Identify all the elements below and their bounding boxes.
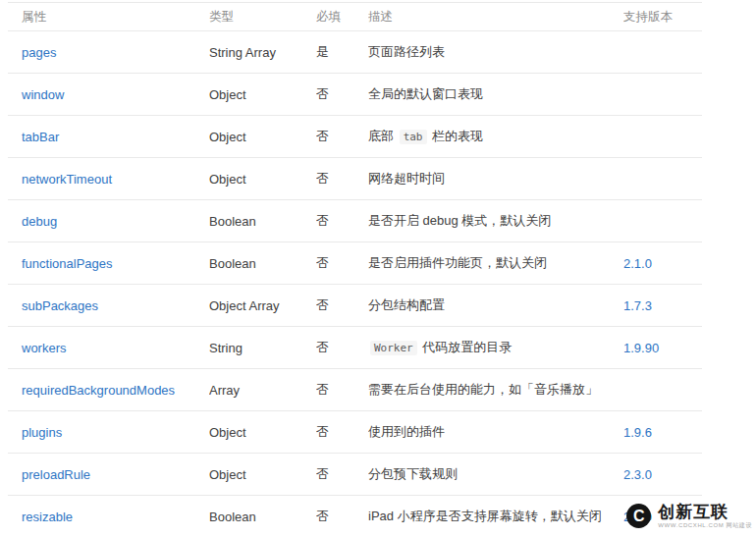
property-link[interactable]: debug <box>22 214 57 229</box>
table-row: resizableBoolean否iPad 小程序是否支持屏幕旋转，默认关闭2.… <box>8 496 702 537</box>
description-text: 代码放置的目录 <box>419 340 513 354</box>
property-cell: workers <box>8 327 209 369</box>
description-cell: 分包结构配置 <box>368 285 623 327</box>
property-cell: functionalPages <box>8 242 209 285</box>
version-cell <box>623 74 702 116</box>
property-link[interactable]: preloadRule <box>22 467 90 482</box>
description-cell: 网络超时时间 <box>368 158 623 200</box>
property-cell: requiredBackgroundModes <box>8 369 209 411</box>
property-cell: window <box>8 74 209 116</box>
required-cell: 否 <box>316 116 368 158</box>
property-cell: resizable <box>8 496 209 537</box>
property-cell: subPackages <box>8 285 209 327</box>
property-link[interactable]: functionalPages <box>22 256 113 271</box>
description-text: 分包预下载规则 <box>368 466 458 481</box>
required-cell: 否 <box>316 369 368 411</box>
description-cell: 使用到的插件 <box>368 411 623 454</box>
description-text: 使用到的插件 <box>368 424 445 439</box>
description-text: 页面路径列表 <box>368 44 445 59</box>
version-text: 1.9.6 <box>623 425 652 440</box>
version-cell: 2.3.0 <box>623 454 702 496</box>
required-cell: 否 <box>316 327 368 369</box>
version-cell <box>623 158 702 200</box>
type-cell: Boolean <box>209 496 316 537</box>
description-cell: 是否启用插件功能页，默认关闭 <box>368 242 623 285</box>
watermark-subtitle: WWW.CDCXHL.COM 网站建设 <box>658 522 752 529</box>
version-cell <box>623 369 702 411</box>
watermark-logo-icon: C <box>626 504 651 528</box>
property-link[interactable]: networkTimeout <box>22 172 112 187</box>
type-cell: Boolean <box>209 200 316 242</box>
col-header-required: 必填 <box>316 3 368 31</box>
table-row: debugBoolean否是否开启 debug 模式，默认关闭 <box>8 200 702 242</box>
description-text: 是否开启 debug 模式，默认关闭 <box>368 213 551 228</box>
version-text: 2.1.0 <box>623 256 652 271</box>
watermark: C 创新互联 WWW.CDCXHL.COM 网站建设 <box>626 504 752 528</box>
required-cell: 是 <box>316 31 368 74</box>
table-row: functionalPagesBoolean否是否启用插件功能页，默认关闭2.1… <box>8 242 702 285</box>
inline-code: Worker <box>370 341 417 355</box>
type-cell: Object <box>209 411 316 454</box>
property-link[interactable]: workers <box>22 341 67 355</box>
table-header-row: 属性 类型 必填 描述 支持版本 <box>8 3 702 31</box>
property-cell: plugins <box>8 411 209 454</box>
property-link[interactable]: requiredBackgroundModes <box>22 383 175 398</box>
version-text: 1.7.3 <box>623 298 652 313</box>
type-cell: String <box>209 327 316 369</box>
description-cell: 分包预下载规则 <box>368 454 623 496</box>
version-cell: 1.9.90 <box>623 327 702 369</box>
required-cell: 否 <box>316 454 368 496</box>
version-cell <box>623 31 702 74</box>
type-cell: String Array <box>209 31 316 74</box>
description-cell: 全局的默认窗口表现 <box>368 74 623 116</box>
inline-code: tab <box>400 130 427 144</box>
description-text: 需要在后台使用的能力，如「音乐播放」 <box>368 382 598 397</box>
properties-table: 属性 类型 必填 描述 支持版本 pagesString Array是页面路径列… <box>8 2 702 537</box>
description-text: iPad 小程序是否支持屏幕旋转，默认关闭 <box>368 509 602 523</box>
version-cell <box>623 200 702 242</box>
description-text: 全局的默认窗口表现 <box>368 86 483 101</box>
table-row: pluginsObject否使用到的插件1.9.6 <box>8 411 702 454</box>
property-link[interactable]: subPackages <box>22 298 98 313</box>
property-link[interactable]: resizable <box>22 510 73 524</box>
property-link[interactable]: pages <box>22 45 56 60</box>
table-row: workersString否Worker 代码放置的目录1.9.90 <box>8 327 702 369</box>
table-row: subPackagesObject Array否分包结构配置1.7.3 <box>8 285 702 327</box>
version-cell <box>623 116 702 158</box>
description-cell: 是否开启 debug 模式，默认关闭 <box>368 200 623 242</box>
description-cell: 页面路径列表 <box>368 31 623 74</box>
required-cell: 否 <box>316 200 368 242</box>
type-cell: Boolean <box>209 242 316 285</box>
table-row: pagesString Array是页面路径列表 <box>8 31 702 74</box>
version-cell: 1.9.6 <box>623 411 702 454</box>
required-cell: 否 <box>316 242 368 285</box>
required-cell: 否 <box>316 411 368 454</box>
property-cell: preloadRule <box>8 454 209 496</box>
description-cell: 底部 tab 栏的表现 <box>368 116 623 158</box>
version-text: 1.9.90 <box>623 341 659 355</box>
table-body: pagesString Array是页面路径列表windowObject否全局的… <box>8 31 702 537</box>
description-text: 栏的表现 <box>429 129 484 143</box>
type-cell: Object <box>209 454 316 496</box>
col-header-property: 属性 <box>8 3 209 31</box>
property-cell: pages <box>8 31 209 74</box>
type-cell: Array <box>209 369 316 411</box>
type-cell: Object <box>209 74 316 116</box>
version-text: 2.3.0 <box>623 467 652 482</box>
description-text: 是否启用插件功能页，默认关闭 <box>368 255 547 270</box>
property-link[interactable]: plugins <box>22 425 62 440</box>
description-text: 分包结构配置 <box>368 297 445 312</box>
watermark-title: 创新互联 <box>658 504 752 522</box>
version-cell: 2.1.0 <box>623 242 702 285</box>
version-cell: 1.7.3 <box>623 285 702 327</box>
property-cell: debug <box>8 200 209 242</box>
type-cell: Object <box>209 116 316 158</box>
col-header-version: 支持版本 <box>623 3 702 31</box>
table-header: 属性 类型 必填 描述 支持版本 <box>8 3 702 31</box>
type-cell: Object <box>209 158 316 200</box>
required-cell: 否 <box>316 496 368 537</box>
property-link[interactable]: tabBar <box>22 130 59 144</box>
col-header-description: 描述 <box>368 3 623 31</box>
table-row: requiredBackgroundModesArray否需要在后台使用的能力，… <box>8 369 702 411</box>
property-link[interactable]: window <box>22 87 64 102</box>
